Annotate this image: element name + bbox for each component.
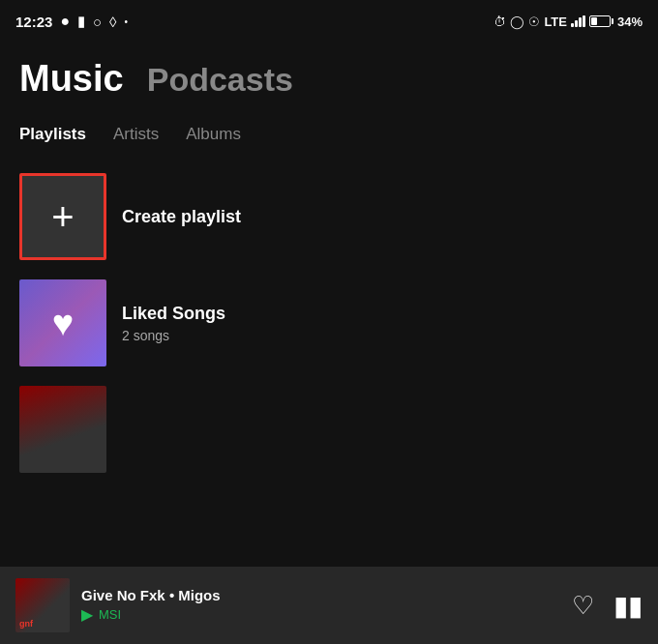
sub-tabs: Playlists Artists Albums	[0, 109, 658, 163]
create-playlist-text: Create playlist	[122, 207, 241, 227]
app-icon-3: ◊	[109, 14, 116, 30]
now-playing-subtitle: ▶ MSI	[81, 605, 560, 624]
now-playing-separator: •	[169, 587, 178, 603]
now-playing-bar[interactable]: gnf Give No Fxk • Migos ▶ MSI ♡ ▮▮	[0, 567, 658, 644]
create-playlist-thumbnail: +	[19, 173, 106, 260]
gallery-icon: ▮	[77, 13, 85, 30]
status-right: ⏱ ◯ ☉ LTE 34%	[494, 15, 643, 29]
sub-tab-artists[interactable]: Artists	[113, 125, 159, 144]
heart-icon: ♥	[52, 303, 75, 344]
dot-icon: •	[125, 16, 129, 27]
liked-songs-text: Liked Songs 2 songs	[122, 304, 225, 343]
create-playlist-item[interactable]: + Create playlist	[0, 163, 658, 270]
minus-circle-icon: ◯	[510, 15, 524, 29]
battery-percent: 34%	[617, 15, 643, 29]
wifi-icon: ☉	[528, 15, 540, 29]
header: Music Podcasts	[0, 39, 658, 109]
spotify-icon: ●	[60, 13, 70, 30]
liked-songs-count: 2 songs	[122, 328, 225, 343]
third-playlist-thumbnail	[19, 386, 106, 473]
plus-icon: +	[51, 197, 74, 236]
now-playing-source: MSI	[99, 607, 121, 622]
status-left: 12:23 ● ▮ ○ ◊ •	[15, 13, 128, 30]
now-playing-art: gnf	[15, 578, 70, 632]
tab-podcasts[interactable]: Podcasts	[147, 61, 293, 99]
app-icon-2: ○	[93, 14, 102, 30]
third-playlist-item[interactable]	[0, 376, 658, 483]
sub-tab-playlists[interactable]: Playlists	[19, 125, 86, 144]
status-time: 12:23	[15, 14, 52, 30]
now-playing-controls: ♡ ▮▮	[572, 590, 643, 622]
liked-songs-item[interactable]: ♥ Liked Songs 2 songs	[0, 270, 658, 376]
liked-songs-thumbnail: ♥	[19, 279, 106, 366]
status-bar: 12:23 ● ▮ ○ ◊ • ⏱ ◯ ☉ LTE 34%	[0, 0, 658, 39]
now-playing-artist: Migos	[178, 587, 220, 603]
now-playing-info: Give No Fxk • Migos ▶ MSI	[81, 587, 560, 624]
tab-music[interactable]: Music	[19, 58, 124, 100]
speaker-icon: ▶	[81, 605, 93, 624]
playlist-list: + Create playlist ♥ Liked Songs 2 songs	[0, 163, 658, 483]
header-tabs: Music Podcasts	[19, 58, 639, 100]
battery-indicator	[589, 15, 613, 27]
like-button[interactable]: ♡	[572, 591, 594, 621]
album-art-text: gnf	[19, 619, 33, 629]
signal-bars	[571, 15, 585, 27]
third-thumb-bg	[19, 386, 106, 473]
lte-label: LTE	[544, 15, 567, 29]
now-playing-thumbnail: gnf	[15, 578, 70, 632]
liked-songs-title: Liked Songs	[122, 304, 225, 324]
alarm-icon: ⏱	[494, 15, 506, 29]
create-playlist-title: Create playlist	[122, 207, 241, 227]
now-playing-title: Give No Fxk • Migos	[81, 587, 560, 603]
sub-tab-albums[interactable]: Albums	[186, 125, 241, 144]
pause-button[interactable]: ▮▮	[613, 590, 643, 622]
